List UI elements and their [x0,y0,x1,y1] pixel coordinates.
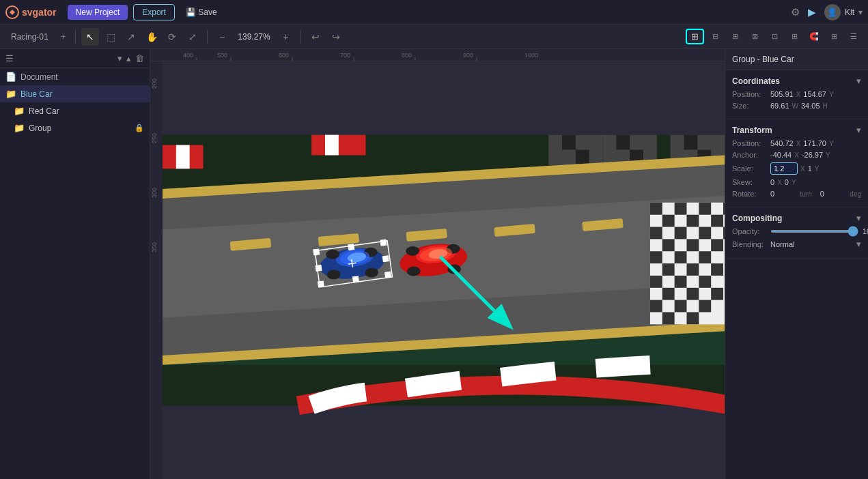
svg-rect-52 [711,215,723,227]
user-chevron[interactable]: ▾ [858,8,863,17]
svg-rect-25 [325,135,339,156]
document-icon: 📄 [5,72,16,82]
coord-size-w-unit: W [792,102,798,110]
app-logo: svgator [5,5,57,19]
tf-skew-y-unit: Y [792,179,796,186]
right-panel: Group - Blue Car Coordinates ▾ Position:… [725,49,868,479]
coord-size-h-value: 34.05 [801,102,820,110]
compositing-header: Compositing ▾ [732,213,861,223]
tf-anc-y-unit: Y [826,151,830,159]
undo-button[interactable]: ↩ [307,28,324,46]
tf-rotate-row: Rotate: 0 turn 0 deg [732,190,861,198]
align-top[interactable]: ⊡ [766,28,783,46]
sidebar-item-document[interactable]: 📄 Document [0,68,150,85]
save-button[interactable]: 💾 Save [180,5,223,20]
svg-rect-68 [699,276,711,288]
tf-scale-x-input[interactable] [770,162,798,175]
coord-position-label: Position: [732,90,768,98]
svg-rect-92 [385,272,391,278]
svg-text:200: 200 [151,78,158,89]
tab-label: Racing-01 [5,31,54,43]
compositing-collapse[interactable]: ▾ [856,213,861,223]
add-scene-button[interactable]: + [57,30,70,43]
main-area: ☰ ▾ ▴ 🗑 📄 Document 📁 Blue Car 📁 Red Car … [0,49,868,479]
svg-rect-49 [723,203,725,215]
snap[interactable]: 🧲 [805,28,823,46]
svg-text:350: 350 [151,242,158,252]
svg-text:500: 500 [217,52,227,59]
redo-button[interactable]: ↪ [327,28,345,46]
sidebar-delete-button[interactable]: 🗑 [135,53,144,63]
settings-icon[interactable]: ⚙ [791,6,800,18]
sidebar-item-group[interactable]: 📁 Group 🔒 [0,119,150,136]
logo-text: svgator [22,7,57,18]
rotate-tool[interactable]: ⟳ [163,28,181,46]
select-tool[interactable]: ↖ [81,28,99,46]
canvas-area[interactable]: 400 500 600 700 800 900 1000 200 250 300… [150,49,725,479]
coordinates-collapse[interactable]: ▾ [856,76,861,86]
svg-rect-96 [382,256,389,262]
tf-anc-x-unit: X [794,151,799,159]
tf-position-values: 540.72 X 171.70 Y [770,139,861,147]
svg-rect-94 [352,276,359,282]
zoom-in-button[interactable]: + [277,28,295,46]
sidebar-up-button[interactable]: ▴ [126,53,131,63]
compositing-title: Compositing [732,214,782,223]
sidebar-menu-button[interactable]: ☰ [5,53,14,63]
zoom-out-button[interactable]: − [213,28,231,46]
sidebar-item-label-red-car: Red Car [29,106,59,116]
tf-pos-x-unit: X [796,140,801,147]
transform-header: Transform ▾ [732,125,861,135]
sidebar-collapse-button[interactable]: ▾ [117,53,122,63]
lock-icon: 🔒 [135,124,144,132]
sidebar-item-red-car[interactable]: 📁 Red Car [0,102,150,119]
coord-size-row: Size: 69.61 W 34.05 H [732,102,861,110]
coord-position-row: Position: 505.91 X 154.67 Y [732,90,861,98]
coordinates-title: Coordinates [732,76,780,86]
svg-rect-60 [650,251,662,263]
screen-mode-button[interactable]: ⊞ [686,29,704,44]
coord-size-label: Size: [732,102,768,110]
blending-dropdown[interactable]: ▾ [856,239,861,249]
opacity-slider[interactable] [770,230,858,233]
svg-rect-91 [318,281,324,287]
new-project-button[interactable]: New Project [68,5,128,20]
hand-tool[interactable]: ✋ [143,28,160,46]
distribute[interactable]: ⊞ [785,28,803,46]
svg-rect-76 [686,312,699,324]
tf-position-label: Position: [732,139,768,147]
coord-size-values: 69.61 W 34.05 H [770,102,861,110]
coord-size-w-value: 69.61 [770,102,789,110]
opacity-row: Opacity: 100 % [732,227,861,235]
svg-rect-59 [711,239,723,251]
box-select-tool[interactable]: ⬚ [102,28,120,46]
canvas-view[interactable] [163,61,725,479]
align-right[interactable]: ⊠ [746,28,764,46]
tf-scale-values: X 1 Y [770,162,861,175]
tf-skew-row: Skew: 0 X 0 Y [732,178,861,186]
align-center[interactable]: ⊞ [726,28,744,46]
align-left[interactable]: ⊟ [706,28,724,46]
grid[interactable]: ⊞ [825,28,843,46]
svg-rect-66 [650,276,662,288]
tf-pos-x-value: 540.72 [770,139,794,147]
sub-select-tool[interactable]: ↗ [122,28,140,46]
svg-rect-75 [662,312,675,324]
coord-pos-y-item: 154.67 Y [803,90,833,98]
resize-tool[interactable]: ⤢ [184,28,201,46]
svg-rect-28 [576,150,589,165]
arrange[interactable]: ☰ [845,28,863,46]
blending-row: Blending: Normal ▾ [732,239,861,249]
svg-rect-47 [675,203,687,215]
transform-collapse[interactable]: ▾ [856,125,861,135]
svg-text:800: 800 [402,52,412,59]
user-avatar: 👤 [824,4,841,20]
tf-pos-y-unit: Y [829,140,834,147]
coordinates-header: Coordinates ▾ [732,76,861,86]
export-button[interactable]: Export [133,4,175,20]
sidebar: ☰ ▾ ▴ 🗑 📄 Document 📁 Blue Car 📁 Red Car … [0,49,150,479]
play-icon[interactable]: ▶ [808,6,816,18]
separator-1 [75,30,76,44]
horizontal-ruler: 400 500 600 700 800 900 1000 [150,49,725,61]
sidebar-item-blue-car[interactable]: 📁 Blue Car [0,85,150,102]
